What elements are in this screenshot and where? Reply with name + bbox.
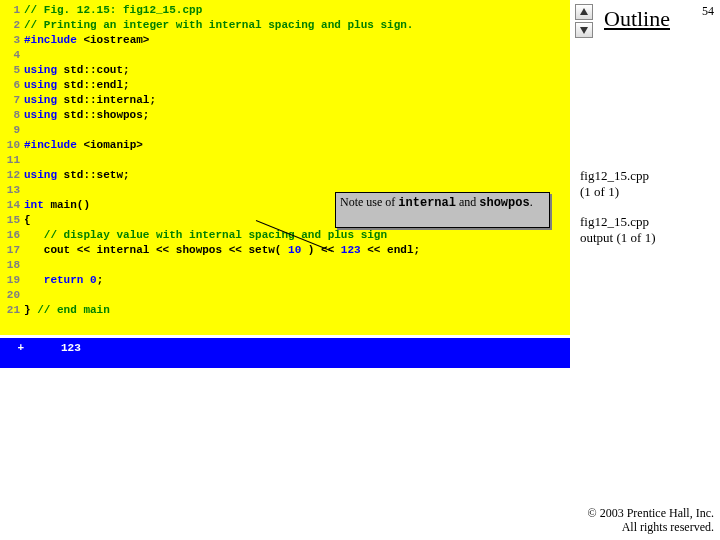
code-line: 19 return 0;	[0, 273, 570, 288]
line-number: 12	[0, 168, 24, 183]
code-line: 10#include <iomanip>	[0, 138, 570, 153]
code-line: 6using std::endl;	[0, 78, 570, 93]
svg-marker-0	[580, 8, 588, 15]
code-line: 18	[0, 258, 570, 273]
line-number: 17	[0, 243, 24, 258]
output-sign: +	[4, 342, 28, 368]
code-text: #include <iostream>	[24, 33, 149, 48]
prev-slide-button[interactable]	[575, 4, 593, 20]
code-text: using std::endl;	[24, 78, 130, 93]
code-line: 21} // end main	[0, 303, 570, 318]
code-text: // Fig. 12.15: fig12_15.cpp	[24, 3, 202, 18]
code-text: using std::showpos;	[24, 108, 149, 123]
line-number: 4	[0, 48, 24, 63]
code-text: } // end main	[24, 303, 110, 318]
code-line: 16 // display value with internal spacin…	[0, 228, 570, 243]
line-number: 5	[0, 63, 24, 78]
line-number: 16	[0, 228, 24, 243]
code-line: 1// Fig. 12.15: fig12_15.cpp	[0, 3, 570, 18]
page-number: 54	[702, 4, 714, 19]
callout-text-prefix: Note use of	[340, 195, 398, 209]
line-number: 10	[0, 138, 24, 153]
outline-list: fig12_15.cpp (1 of 1)fig12_15.cpp output…	[580, 168, 715, 260]
line-number: 2	[0, 18, 24, 33]
code-line: 2// Printing an integer with internal sp…	[0, 18, 570, 33]
code-text: {	[24, 213, 31, 228]
callout-kw-internal: internal	[398, 196, 456, 210]
line-number: 21	[0, 303, 24, 318]
chevron-down-icon	[579, 25, 589, 35]
line-number: 1	[0, 3, 24, 18]
line-number: 3	[0, 33, 24, 48]
code-line: 7using std::internal;	[0, 93, 570, 108]
code-text: // Printing an integer with internal spa…	[24, 18, 413, 33]
code-line: 12using std::setw;	[0, 168, 570, 183]
line-number: 7	[0, 93, 24, 108]
outline-heading: Outline	[604, 6, 670, 32]
code-text: // display value with internal spacing a…	[24, 228, 387, 243]
line-number: 20	[0, 288, 24, 303]
line-number: 8	[0, 108, 24, 123]
chevron-up-icon	[579, 7, 589, 17]
code-text: cout << internal << showpos << setw( 10 …	[24, 243, 420, 258]
code-text: using std::setw;	[24, 168, 130, 183]
outline-item[interactable]: fig12_15.cpp (1 of 1)	[580, 168, 715, 200]
code-line: 3#include <iostream>	[0, 33, 570, 48]
code-line: 5using std::cout;	[0, 63, 570, 78]
code-text: using std::cout;	[24, 63, 130, 78]
line-number: 19	[0, 273, 24, 288]
svg-marker-1	[580, 27, 588, 34]
line-number: 11	[0, 153, 24, 168]
code-line: 11	[0, 153, 570, 168]
program-output: + 123	[0, 338, 570, 368]
callout-text-suffix: .	[530, 195, 533, 209]
callout-text-mid: and	[456, 195, 479, 209]
code-line: 8using std::showpos;	[0, 108, 570, 123]
annotation-callout: Note use of internal and showpos.	[335, 192, 550, 228]
line-number: 6	[0, 78, 24, 93]
code-line: 20	[0, 288, 570, 303]
line-number: 18	[0, 258, 24, 273]
outline-item[interactable]: fig12_15.cpp output (1 of 1)	[580, 214, 715, 246]
callout-kw-showpos: showpos	[479, 196, 529, 210]
line-number: 14	[0, 198, 24, 213]
code-line: 17 cout << internal << showpos << setw( …	[0, 243, 570, 258]
line-number: 13	[0, 183, 24, 198]
output-text: 123	[28, 342, 81, 368]
code-text: return 0;	[24, 273, 103, 288]
copyright-text: © 2003 Prentice Hall, Inc. All rights re…	[588, 506, 714, 534]
line-number: 9	[0, 123, 24, 138]
line-number: 15	[0, 213, 24, 228]
code-line: 9	[0, 123, 570, 138]
code-text: int main()	[24, 198, 90, 213]
next-slide-button[interactable]	[575, 22, 593, 38]
code-text: using std::internal;	[24, 93, 156, 108]
code-line: 4	[0, 48, 570, 63]
code-text: #include <iomanip>	[24, 138, 143, 153]
code-listing: 1// Fig. 12.15: fig12_15.cpp2// Printing…	[0, 0, 570, 335]
